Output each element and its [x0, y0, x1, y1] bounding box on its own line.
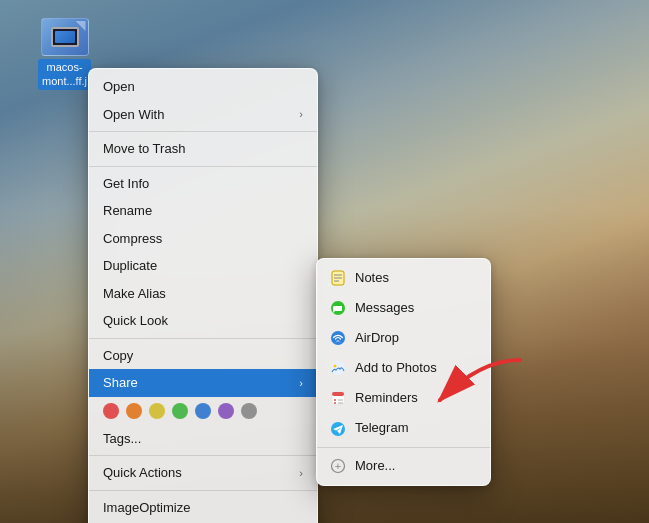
menu-item-label: Compress	[103, 229, 162, 249]
menu-item-label: Make Alias	[103, 284, 166, 304]
menu-item-quick-actions[interactable]: Quick Actions ›	[89, 459, 317, 487]
submenu-item-telegram[interactable]: Telegram	[317, 413, 490, 443]
menu-item-move-to-trash[interactable]: Move to Trash	[89, 135, 317, 163]
menu-item-open-with[interactable]: Open With ›	[89, 101, 317, 129]
menu-item-label: Quick Actions	[103, 463, 182, 483]
submenu-item-add-to-photos[interactable]: Add to Photos	[317, 353, 490, 383]
menu-item-quick-look[interactable]: Quick Look	[89, 307, 317, 335]
menu-item-label: Quick Look	[103, 311, 168, 331]
menu-item-make-alias[interactable]: Make Alias	[89, 280, 317, 308]
separator	[89, 490, 317, 491]
color-dot-green[interactable]	[172, 403, 188, 419]
menu-item-label: ImageOptimize	[103, 498, 190, 518]
submenu-item-label: More...	[355, 455, 395, 477]
menu-item-compress[interactable]: Compress	[89, 225, 317, 253]
menu-item-open[interactable]: Open	[89, 73, 317, 101]
separator	[317, 447, 490, 448]
menu-item-label: Share	[103, 373, 138, 393]
submenu-item-more[interactable]: + More...	[317, 451, 490, 481]
submenu-item-label: Add to Photos	[355, 357, 437, 379]
submenu-item-reminders[interactable]: Reminders	[317, 383, 490, 413]
svg-point-11	[334, 402, 336, 404]
menu-item-label: Duplicate	[103, 256, 157, 276]
context-menu: Open Open With › Move to Trash Get Info …	[88, 68, 318, 523]
messages-icon	[329, 299, 347, 317]
svg-point-7	[334, 365, 337, 368]
notes-icon	[329, 269, 347, 287]
submenu-item-label: Reminders	[355, 387, 418, 409]
menu-item-label: Tags...	[103, 429, 141, 449]
airdrop-icon	[329, 329, 347, 347]
file-label-line2: mont...ff.j	[42, 75, 87, 87]
color-dot-gray[interactable]	[241, 403, 257, 419]
more-icon: +	[329, 457, 347, 475]
submenu-item-messages[interactable]: Messages	[317, 293, 490, 323]
file-label-line1: macos-	[46, 61, 82, 73]
submenu-item-label: Telegram	[355, 417, 408, 439]
submenu-arrow: ›	[299, 465, 303, 482]
menu-item-duplicate[interactable]: Duplicate	[89, 252, 317, 280]
menu-item-label: Open With	[103, 105, 164, 125]
menu-item-rename[interactable]: Rename	[89, 197, 317, 225]
add-to-photos-icon	[329, 359, 347, 377]
menu-item-label: Get Info	[103, 174, 149, 194]
monitor-icon	[51, 27, 79, 47]
color-dot-yellow[interactable]	[149, 403, 165, 419]
menu-item-tags[interactable]: Tags...	[89, 425, 317, 453]
svg-rect-9	[332, 392, 344, 396]
svg-point-10	[334, 399, 336, 401]
menu-item-label: Rename	[103, 201, 152, 221]
menu-item-label: Move to Trash	[103, 139, 185, 159]
color-tags-row	[89, 397, 317, 425]
separator	[89, 455, 317, 456]
menu-item-copy[interactable]: Copy	[89, 342, 317, 370]
separator	[89, 338, 317, 339]
separator	[89, 131, 317, 132]
menu-item-imageoptimize[interactable]: ImageOptimize	[89, 494, 317, 522]
svg-text:+: +	[335, 460, 341, 472]
menu-item-share[interactable]: Share ›	[89, 369, 317, 397]
file-label: macos- mont...ff.j	[38, 59, 91, 90]
submenu-arrow: ›	[299, 375, 303, 392]
submenu-item-label: AirDrop	[355, 327, 399, 349]
menu-item-label: Open	[103, 77, 135, 97]
file-icon-image	[41, 18, 89, 56]
telegram-icon	[329, 420, 347, 438]
submenu-item-label: Messages	[355, 297, 414, 319]
file-icon[interactable]: macos- mont...ff.j	[38, 18, 91, 90]
separator	[89, 166, 317, 167]
color-dot-purple[interactable]	[218, 403, 234, 419]
submenu-arrow: ›	[299, 106, 303, 123]
color-dot-red[interactable]	[103, 403, 119, 419]
share-submenu: Notes Messages AirDrop Add to Photos Rem…	[316, 258, 491, 486]
submenu-item-label: Notes	[355, 267, 389, 289]
reminders-icon	[329, 389, 347, 407]
submenu-item-notes[interactable]: Notes	[317, 263, 490, 293]
submenu-item-airdrop[interactable]: AirDrop	[317, 323, 490, 353]
color-dot-orange[interactable]	[126, 403, 142, 419]
menu-item-get-info[interactable]: Get Info	[89, 170, 317, 198]
menu-item-label: Copy	[103, 346, 133, 366]
color-dot-blue[interactable]	[195, 403, 211, 419]
